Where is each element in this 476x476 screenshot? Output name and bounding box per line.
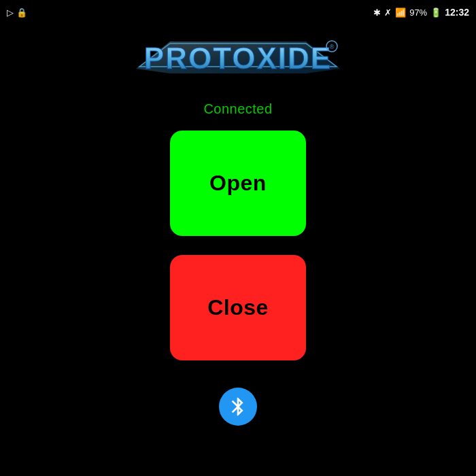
open-button[interactable]: Open (170, 131, 306, 236)
connection-status: Connected (203, 101, 272, 117)
time-display: 12:32 (445, 7, 469, 18)
svg-text:PROTOXIDE: PROTOXIDE (144, 41, 332, 75)
signal-icon: 📶 (395, 7, 406, 18)
bluetooth-symbol (227, 396, 249, 418)
bluetooth-status-icon: ✱ (373, 7, 381, 18)
battery-text: 97% (409, 7, 427, 18)
status-bar-left: ▷ 🔒 (7, 7, 27, 18)
lock-icon: 🔒 (16, 7, 27, 18)
logo-container: PROTOXIDE ® (0, 24, 476, 89)
battery-icon: 🔋 (430, 7, 441, 18)
sound-icon: ✗ (384, 7, 392, 18)
protoxide-logo: PROTOXIDE ® (129, 31, 347, 86)
bluetooth-container (219, 388, 257, 426)
notification-icon: ▷ (7, 7, 14, 18)
close-button[interactable]: Close (170, 255, 306, 360)
svg-text:®: ® (330, 44, 335, 50)
button-container: Open Close (0, 131, 476, 360)
bluetooth-button[interactable] (219, 388, 257, 426)
status-bar: ▷ 🔒 ✱ ✗ 📶 97% 🔋 12:32 (0, 0, 476, 24)
status-bar-right: ✱ ✗ 📶 97% 🔋 12:32 (373, 7, 469, 18)
